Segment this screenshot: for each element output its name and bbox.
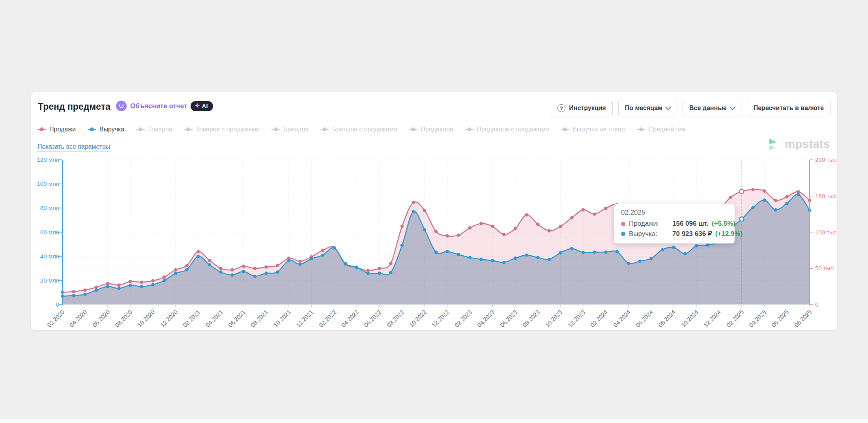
range-select[interactable]: Все данные — [683, 100, 741, 116]
y-axis-label-right: 100 тыс — [815, 229, 843, 236]
period-select-value: По месяцам — [625, 105, 662, 112]
y-axis-label-right: 200 тыс — [815, 156, 843, 163]
x-axis-label: 08.2021 — [249, 309, 269, 328]
y-axis-label-left: 40 млн — [32, 253, 59, 260]
period-select[interactable]: По месяцам — [618, 100, 677, 116]
y-axis-label-right: 50 тыс — [815, 265, 843, 271]
chart-legend: ПродажиВыручкаТоваровТоваров с продажами… — [37, 126, 685, 133]
y-axis-label-left: 0 — [32, 301, 59, 308]
x-axis-label: 06.2024 — [634, 309, 654, 328]
x-axis-label: 02.2025 — [725, 309, 745, 328]
window-bottom-strip — [0, 419, 868, 423]
mpstats-logo-text: mpstats — [785, 138, 830, 151]
x-axis-label: 08.2023 — [521, 309, 541, 328]
legend-label: Продавцов — [421, 126, 453, 133]
x-axis-label: 12.2024 — [702, 309, 722, 328]
x-axis-label: 12.2020 — [159, 309, 179, 328]
x-axis-label: 02.2024 — [589, 309, 609, 328]
y-axis-label-right: 150 тыс — [815, 193, 843, 199]
y-axis-label-left: 120 млн — [32, 156, 59, 163]
legend-label: Брендов — [283, 126, 309, 133]
legend-item-2[interactable]: Выручка — [88, 126, 124, 133]
show-all-params-link[interactable]: Показать все параметры — [37, 143, 110, 152]
x-axis-label: 02.2022 — [317, 309, 337, 328]
chevron-down-icon — [729, 104, 735, 110]
assistant-face-icon — [116, 101, 127, 111]
legend-label: Продажи — [49, 126, 76, 133]
legend-item-10[interactable]: Средний чек — [637, 126, 686, 133]
legend-marker-icon — [88, 127, 96, 131]
y-axis-label-left: 20 млн — [32, 277, 59, 284]
mpstats-watermark: mpstats — [769, 138, 830, 151]
x-axis-label: 04.2021 — [204, 309, 224, 328]
x-axis-label: 02.2021 — [181, 309, 201, 328]
legend-item-1[interactable]: Продажи — [37, 126, 76, 133]
legend-marker-icon — [271, 127, 280, 131]
x-axis-label: 04.2020 — [68, 309, 88, 328]
legend-marker-icon — [37, 127, 46, 131]
x-axis-label: 04.2025 — [748, 309, 767, 328]
legend-label: Брендов с продажами — [332, 126, 397, 133]
trend-chart[interactable] — [62, 160, 810, 305]
trend-panel: Тренд предмета Объясните отчет ✦ AI ? Ин… — [31, 92, 837, 330]
x-axis-label: 10.2021 — [272, 309, 292, 328]
legend-marker-icon — [561, 127, 569, 131]
legend-item-9[interactable]: Выручка на товар — [561, 126, 625, 133]
y-axis-label-left: 80 млн — [32, 204, 59, 211]
explain-report-label: Объясните отчет — [130, 102, 187, 110]
mpstats-logo-icon — [769, 139, 781, 150]
legend-marker-icon — [136, 127, 145, 131]
x-axis-label: 02.2023 — [453, 309, 473, 328]
x-axis-label: 02.2020 — [46, 309, 65, 328]
x-axis-label: 10.2020 — [136, 309, 156, 328]
legend-item-4[interactable]: Товаров с продажами — [184, 126, 260, 133]
range-select-value: Все данные — [689, 105, 727, 112]
x-axis-label: 04.2024 — [612, 309, 632, 328]
legend-label: Товаров с продажами — [196, 126, 260, 133]
x-axis-label: 10.2024 — [680, 309, 700, 328]
x-axis-label: 06.2022 — [363, 309, 382, 328]
legend-label: Выручка — [99, 126, 124, 133]
recalculate-currency-button[interactable]: Пересчитать в валюте — [747, 100, 831, 116]
legend-marker-icon — [409, 127, 417, 131]
x-axis-label: 08.2022 — [385, 309, 405, 328]
x-axis-label: 06.2021 — [227, 309, 247, 328]
y-axis-label-left: 60 млн — [32, 229, 59, 236]
question-circle-icon: ? — [557, 104, 565, 112]
x-axis-label: 04.2023 — [476, 309, 496, 328]
x-axis-label: 06.2020 — [91, 309, 110, 328]
page-title: Тренд предмета — [38, 101, 110, 112]
x-axis-label: 08.2024 — [657, 309, 677, 328]
instruction-label: Инструкция — [569, 105, 606, 112]
x-axis-label: 10.2022 — [408, 309, 428, 328]
y-axis-label-right: 0 — [815, 301, 843, 308]
legend-item-3[interactable]: Товаров — [136, 126, 172, 133]
ai-badge: ✦ AI — [191, 101, 213, 111]
legend-marker-icon — [637, 127, 645, 131]
y-axis-label-left: 100 млн — [32, 180, 59, 187]
legend-item-8[interactable]: Продавцов с продажами — [465, 126, 549, 133]
legend-item-5[interactable]: Брендов — [271, 126, 309, 133]
x-axis-label: 06.2025 — [770, 309, 790, 328]
chevron-down-icon — [665, 104, 672, 110]
x-axis-label: 04.2022 — [340, 309, 360, 328]
x-axis-label: 12.2022 — [430, 309, 450, 328]
explain-report-button[interactable]: Объясните отчет ✦ AI — [116, 101, 213, 111]
legend-label: Продавцов с продажами — [477, 126, 549, 133]
legend-marker-icon — [184, 127, 193, 131]
legend-label: Средний чек — [649, 126, 686, 133]
legend-marker-icon — [320, 127, 329, 131]
recalculate-currency-label: Пересчитать в валюте — [754, 105, 824, 112]
header-buttons: ? Инструкция По месяцам Все данные Перес… — [551, 100, 831, 116]
legend-item-7[interactable]: Продавцов — [409, 126, 453, 133]
instruction-button[interactable]: ? Инструкция — [551, 100, 612, 116]
legend-item-6[interactable]: Брендов с продажами — [320, 126, 397, 133]
legend-label: Товаров — [148, 126, 172, 133]
x-axis-label: 08.2025 — [793, 309, 813, 328]
page: { "header": { "title": "Тренд предмета",… — [0, 0, 868, 423]
sparkle-icon: ✦ — [195, 103, 200, 109]
x-axis-label: 12.2023 — [567, 309, 586, 328]
ai-badge-label: AI — [202, 103, 208, 109]
x-axis-label: 12.2021 — [295, 309, 314, 328]
x-axis-label: 08.2020 — [114, 309, 133, 328]
